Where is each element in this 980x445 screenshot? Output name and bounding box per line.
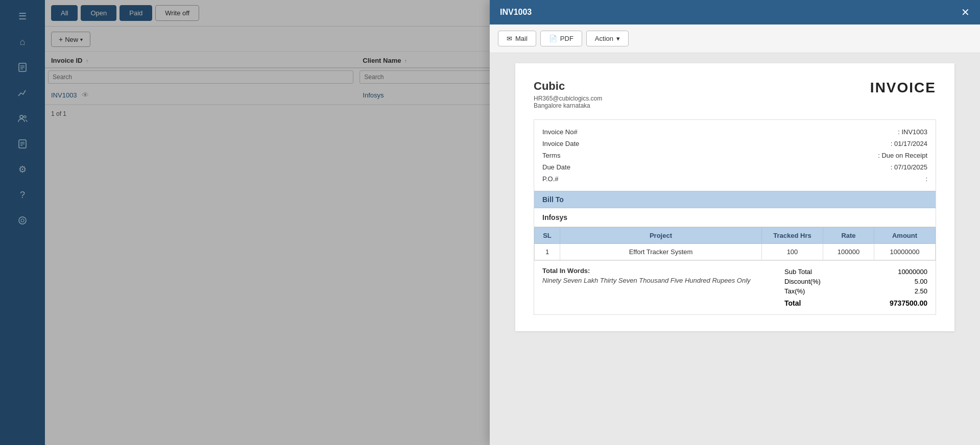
modal-content: Cubic HR365@cubiclogics.com Bangalore ka… [490, 53, 980, 445]
modal-toolbar: ✉ Mail 📄 PDF Action ▾ [490, 24, 980, 53]
tax-row: Tax(%) 2.50 [784, 286, 927, 296]
invoice-no-value: : INV1003 [735, 127, 927, 137]
terms-label: Terms [542, 151, 735, 160]
company-name: Cubic [534, 80, 602, 93]
action-button[interactable]: Action ▾ [586, 31, 629, 46]
col-rate: Rate [823, 228, 874, 244]
terms-value: : Due on Receipt [735, 151, 927, 160]
tax-value: 2.50 [915, 287, 927, 295]
invoice-date-value: : 01/17/2024 [735, 139, 927, 149]
discount-value: 5.00 [915, 278, 927, 285]
totals-section: Total In Words: Ninety Seven Lakh Thirty… [534, 260, 936, 314]
bill-to-header: Bill To [534, 191, 936, 208]
invoice-date-label: Invoice Date [542, 139, 735, 149]
invoice-items-table: SL Project Tracked Hrs Rate Amount 1 Eff… [534, 227, 936, 260]
cell-project: Effort Tracker System [560, 244, 762, 260]
discount-label: Discount(%) [784, 278, 821, 285]
col-tracked-hrs: Tracked Hrs [762, 228, 823, 244]
invoice-header: Cubic HR365@cubiclogics.com Bangalore ka… [534, 80, 936, 109]
po-value: : [735, 174, 927, 184]
modal-close-button[interactable]: ✕ [961, 7, 970, 17]
total-label: Total [784, 299, 801, 307]
company-email: HR365@cubiclogics.com [534, 95, 602, 102]
sub-total-label: Sub Total [784, 268, 812, 276]
pdf-button[interactable]: 📄 PDF [540, 31, 582, 46]
po-label: P.O.# [542, 174, 735, 184]
col-project: Project [560, 228, 762, 244]
sub-total-row: Sub Total 10000000 [784, 267, 927, 277]
cell-sl: 1 [535, 244, 560, 260]
due-date-label: Due Date [542, 162, 735, 172]
chevron-down-icon: ▾ [616, 35, 620, 42]
due-date-value: : 07/10/2025 [735, 162, 927, 172]
company-info: Cubic HR365@cubiclogics.com Bangalore ka… [534, 80, 602, 109]
tax-label: Tax(%) [784, 287, 805, 295]
cell-amount: 10000000 [874, 244, 936, 260]
total-in-words-text: Ninety Seven Lakh Thirty Seven Thousand … [542, 277, 774, 284]
modal-overlay: INV1003 ✕ ✉ Mail 📄 PDF Action ▾ [0, 0, 980, 445]
col-sl: SL [535, 228, 560, 244]
items-data-row: 1 Effort Tracker System 100 100000 10000… [535, 244, 936, 260]
company-address: Bangalore karnataka [534, 102, 602, 109]
total-row: Total 9737500.00 [784, 298, 927, 308]
invoice-document: Cubic HR365@cubiclogics.com Bangalore ka… [515, 63, 954, 331]
total-in-words-label: Total In Words: [542, 267, 774, 275]
sub-total-value: 10000000 [898, 268, 927, 276]
bill-to-client: Infosys [534, 208, 936, 227]
mail-button[interactable]: ✉ Mail [498, 31, 536, 46]
total-in-words: Total In Words: Ninety Seven Lakh Thirty… [542, 267, 774, 308]
cell-tracked-hrs: 100 [762, 244, 823, 260]
totals-right: Sub Total 10000000 Discount(%) 5.00 Tax(… [784, 267, 927, 308]
cell-rate: 100000 [823, 244, 874, 260]
total-value: 9737500.00 [890, 299, 927, 307]
pdf-icon: 📄 [549, 35, 557, 42]
modal-header: INV1003 ✕ [490, 0, 980, 24]
invoice-no-label: Invoice No# [542, 127, 735, 137]
invoice-details-grid: Invoice No# : INV1003 Invoice Date : 01/… [534, 120, 936, 191]
invoice-modal: INV1003 ✕ ✉ Mail 📄 PDF Action ▾ [490, 0, 980, 445]
modal-title: INV1003 [500, 8, 532, 17]
discount-row: Discount(%) 5.00 [784, 277, 927, 286]
mail-icon: ✉ [507, 35, 512, 42]
invoice-details-section: Invoice No# : INV1003 Invoice Date : 01/… [534, 119, 936, 315]
invoice-title-label: INVOICE [870, 80, 936, 96]
col-amount: Amount [874, 228, 936, 244]
items-header-row: SL Project Tracked Hrs Rate Amount [535, 228, 936, 244]
